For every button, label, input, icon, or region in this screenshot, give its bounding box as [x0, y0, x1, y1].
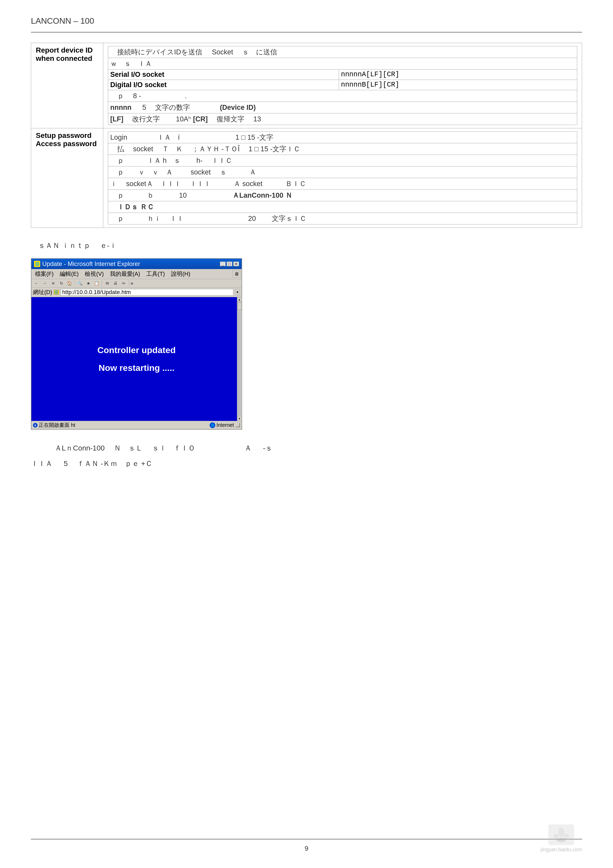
internet-icon: 🌐 — [210, 422, 215, 428]
page-number: 9 — [31, 845, 582, 852]
browser-toolbar: ← → ✕ ↻ 🏠 🔍 ★ 📋 ✉ 🖨 ✏ » — [31, 279, 241, 288]
scroll-down-button[interactable]: ▼ — [237, 416, 242, 421]
baidu-url-text: jingyan.baidu.com — [540, 846, 582, 852]
svg-point-2 — [564, 834, 569, 838]
now-restarting-text: Now restarting ..... — [99, 363, 175, 373]
footer-divider — [31, 839, 582, 839]
spacer — [31, 473, 582, 839]
section-text: ｓＡＮ ｉｎｔｐ ｅ-ｉ — [31, 241, 582, 251]
toolbar-separator-2 — [102, 281, 102, 286]
baidu-watermark: jingyan.baidu.com — [540, 825, 582, 852]
header-divider — [31, 32, 582, 33]
svg-point-0 — [558, 828, 564, 837]
menu-favorites[interactable]: 我的最愛(A) — [107, 270, 143, 278]
history-button[interactable]: 📋 — [93, 280, 100, 287]
page-title: LANCONN – 100 — [31, 16, 582, 27]
address-icon: 🌐 — [54, 290, 59, 294]
password-content: Login ＩＡ í 1 □ 15 -文字 払 socket Ｔ Ｋ ；ＡＹＨ … — [103, 128, 582, 228]
scroll-up-button[interactable]: ▲ — [237, 297, 242, 302]
password-label: Setup passwordAccess password — [31, 128, 103, 228]
minimize-button[interactable]: _ — [220, 262, 226, 266]
titlebar-buttons[interactable]: _ □ ✕ — [220, 262, 239, 266]
close-button[interactable]: ✕ — [233, 262, 239, 266]
menu-file[interactable]: 檔案(F) — [33, 270, 56, 278]
svg-point-3 — [556, 838, 567, 842]
table-row: Report device IDwhen connected 接続時にデバイスI… — [31, 43, 582, 128]
browser-title: Update - Microsoft Internet Explorer — [42, 260, 140, 268]
bottom-text-line1: ＡLｎConn-100 Ｎ ｓＬ ｓｌ ｆＩＯ Ａ -ｓ — [31, 442, 582, 454]
menu-view[interactable]: 檢視(V) — [82, 270, 106, 278]
favorites-button[interactable]: ★ — [85, 280, 92, 287]
search-button[interactable]: 🔍 — [76, 280, 84, 287]
main-content-table: Report device IDwhen connected 接続時にデバイスI… — [31, 43, 582, 228]
menu-help[interactable]: 說明(H) — [169, 270, 193, 278]
table-row-password: Setup passwordAccess password Login ＩＡ í… — [31, 128, 582, 228]
status-text: 正在開啟畫面 ht — [39, 422, 75, 429]
stop-button[interactable]: ✕ — [50, 280, 57, 287]
controller-updated-text: Controller updated — [98, 345, 176, 355]
browser-content: ▲ ▼ Controller updated Now restarting ..… — [31, 297, 241, 421]
browser-titlebar: 🌐 Update - Microsoft Internet Explorer _… — [31, 259, 241, 269]
menu-edit[interactable]: 編輯(E) — [57, 270, 81, 278]
restore-button[interactable]: □ — [227, 262, 232, 266]
back-button[interactable]: ← — [33, 280, 40, 287]
resize-grip — [236, 423, 240, 427]
browser-menubar: 檔案(F) 編輯(E) 檢視(V) 我的最愛(A) 工具(T) 說明(H) 🖥 — [31, 269, 241, 279]
address-label: 網址(D) — [33, 288, 52, 296]
bottom-text-line2: ＩＩＡ 5 ｆＡＮ -Ｋｍ ｐｅ +Ｃ — [31, 458, 582, 470]
browser-statusbar: e 正在開啟畫面 ht 🌐 Internet — [31, 421, 241, 429]
baidu-logo-icon — [548, 825, 574, 845]
scrollbar-thumb[interactable] — [237, 302, 241, 310]
svg-point-1 — [554, 834, 559, 838]
status-right: 🌐 Internet — [210, 422, 240, 428]
address-input[interactable] — [60, 289, 233, 296]
scrollbar[interactable]: ▲ ▼ — [237, 297, 241, 421]
menu-extra[interactable]: 🖥 — [232, 271, 241, 277]
toolbar-more: » — [131, 281, 133, 286]
home-button[interactable]: 🏠 — [66, 280, 73, 287]
print-button[interactable]: 🖨 — [112, 280, 119, 287]
browser-window: 🌐 Update - Microsoft Internet Explorer _… — [31, 258, 242, 429]
browser-icon: 🌐 — [34, 261, 40, 267]
report-device-id-label: Report device IDwhen connected — [31, 43, 103, 128]
report-device-id-content: 接続時にデバイスIDを送信 Socket ｓ に送信 ｗ ｓ ＩＡ Serial… — [103, 43, 582, 128]
status-left: e 正在開啟畫面 ht — [33, 422, 207, 429]
edit-button[interactable]: ✏ — [120, 280, 127, 287]
titlebar-left: 🌐 Update - Microsoft Internet Explorer — [34, 260, 140, 268]
refresh-button[interactable]: ↻ — [58, 280, 65, 287]
status-internet-text: Internet — [216, 422, 234, 428]
scrollbar-track — [237, 302, 242, 416]
ie-icon: e — [33, 423, 38, 428]
menu-tools[interactable]: 工具(T) — [144, 270, 167, 278]
mail-button[interactable]: ✉ — [104, 280, 111, 287]
address-dropdown[interactable]: ▼ — [235, 289, 240, 296]
browser-addressbar: 網址(D) 🌐 ▼ — [31, 288, 241, 297]
forward-button[interactable]: → — [41, 280, 48, 287]
